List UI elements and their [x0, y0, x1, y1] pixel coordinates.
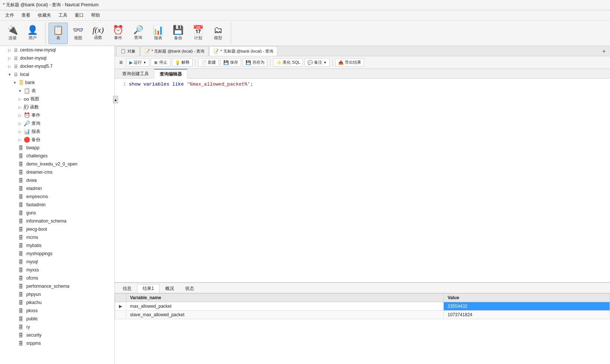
- toolbar-func-btn[interactable]: f(x) 函数: [89, 23, 108, 44]
- sidebar-item-db-ofcms[interactable]: 🗄ofcms: [0, 274, 114, 282]
- sidebar-item-db-pikachu[interactable]: 🗄pikachu: [0, 298, 114, 307]
- menu-file[interactable]: 文件: [1, 11, 18, 20]
- arrow-expanded-icon: ▼: [7, 73, 12, 77]
- subtab-builder[interactable]: 查询创建工具: [117, 69, 154, 79]
- sidebar-item-db-mysql[interactable]: 🗄mysql: [0, 258, 114, 266]
- new-query-btn[interactable]: 📄 新建: [198, 58, 219, 67]
- toolbar-query-btn[interactable]: 🔎 查询: [129, 23, 148, 44]
- result-tab-info[interactable]: 信息: [117, 284, 137, 293]
- menu-help[interactable]: 帮助: [87, 11, 104, 20]
- tab-query2[interactable]: 📝 * 无标题 @bank (local) - 查询: [209, 46, 277, 56]
- run-icon: ▶: [129, 60, 133, 65]
- row-arrow-2: [115, 311, 126, 319]
- menu-favorites[interactable]: 收藏夹: [34, 11, 55, 20]
- explain-icon: 💡: [175, 60, 180, 65]
- result-tab-result1[interactable]: 结果1: [137, 284, 160, 293]
- toolbar-connect-btn[interactable]: 🔌 连接: [3, 23, 22, 44]
- toolbar-table-btn[interactable]: 📋 表: [49, 23, 68, 44]
- sidebar-item-backups[interactable]: ▷ 🔴 备份: [0, 136, 114, 144]
- cell-var-2[interactable]: slave_max_allowed_packet: [126, 311, 444, 319]
- sidebar-item-db-information_schema[interactable]: 🗄information_schema: [0, 217, 114, 225]
- sidebar-item-db-guns[interactable]: 🗄guns: [0, 209, 114, 217]
- save-btn[interactable]: 💾 保存: [220, 58, 241, 67]
- sidebar-item-db-phpyun[interactable]: 🗄phpyun: [0, 290, 114, 298]
- subtab-editor[interactable]: 查询编辑器: [154, 69, 187, 79]
- run-btn[interactable]: ▶ 运行 ▼: [126, 58, 149, 67]
- beautify-btn[interactable]: ✨ 美化 SQL: [273, 58, 303, 67]
- db-sm-icon: 🗄: [19, 194, 23, 200]
- stop-icon: ⏹: [154, 60, 158, 65]
- export-btn[interactable]: 📤 导出结果: [335, 58, 364, 67]
- sidebar-item-db-mcms[interactable]: 🗄mcms: [0, 233, 114, 241]
- sidebar-item-db-performance_schema[interactable]: 🗄performance_schema: [0, 282, 114, 290]
- toolbar-user-btn[interactable]: 👤 用户: [23, 23, 42, 44]
- sidebar-item-db-myshoppings[interactable]: 🗄myshoppings: [0, 250, 114, 258]
- sidebar-item-views[interactable]: ▷ oo 视图: [0, 95, 114, 103]
- db-icon: 🖥: [13, 55, 19, 61]
- col-variable-name[interactable]: Variable_name: [126, 294, 444, 302]
- toolbar-model-btn[interactable]: 🗂 模型: [209, 23, 228, 44]
- tab-objects[interactable]: 📋 对象: [116, 46, 140, 56]
- toolbar-schedule-btn[interactable]: 📅 计划: [189, 23, 208, 44]
- sidebar-item-tables[interactable]: ▼ 📋 表: [0, 87, 114, 95]
- code-editor[interactable]: 1 show variables like '%max_allowed_pack…: [115, 79, 610, 283]
- db-sm-icon: 🗄: [19, 153, 23, 159]
- db-sm-icon: 🗄: [19, 243, 23, 248]
- table-sm-icon: 📋: [24, 88, 30, 94]
- sidebar-item-reports[interactable]: ▷ 📊 报表: [0, 127, 114, 136]
- title-text: * 无标题 @bank (local) - 查询 - Navicat Premi…: [3, 2, 99, 8]
- toolbar-event-btn[interactable]: ⏰ 事件: [109, 23, 128, 44]
- hamburger-icon[interactable]: ≡: [117, 59, 125, 67]
- toolbar-group-connect: 🔌 连接 👤 用户: [3, 22, 46, 44]
- sidebar-item-bank[interactable]: ▼ 🗄 bank: [0, 79, 114, 87]
- stop-btn[interactable]: ⏹ 停止: [151, 58, 170, 67]
- sidebar-item-db-dreamer-cms[interactable]: 🗄dreamer-cms: [0, 168, 114, 176]
- sidebar-collapse-btn[interactable]: ▲: [113, 96, 118, 103]
- menu-tools[interactable]: 工具: [55, 11, 71, 20]
- sidebar-item-local[interactable]: ▼ 🖥 local: [0, 70, 114, 79]
- db-sm-icon: 🗄: [19, 161, 23, 167]
- sidebar-item-events[interactable]: ▷ ⏰ 事件: [0, 111, 114, 119]
- sidebar-item-db-public[interactable]: 🗄public: [0, 315, 114, 323]
- sidebar-item-db-mybatis[interactable]: 🗄mybatis: [0, 241, 114, 250]
- separator3: [332, 59, 333, 66]
- sidebar-item-queries[interactable]: ▷ 🔎 查询: [0, 119, 114, 127]
- sidebar-item-db-jeecg-boot[interactable]: 🗄jeecg-boot: [0, 225, 114, 233]
- toolbar-backup-btn[interactable]: 💾 备份: [169, 23, 188, 44]
- sidebar-item-functions[interactable]: ▷ f() 函数: [0, 103, 114, 111]
- sidebar-item-db-pkxss[interactable]: 🗄pkxss: [0, 307, 114, 315]
- sidebar-item-db-ry[interactable]: 🗄ry: [0, 323, 114, 331]
- menu-view[interactable]: 查看: [18, 11, 34, 20]
- col-value[interactable]: Value: [444, 294, 610, 302]
- sidebar-item-db-eladmin[interactable]: 🗄eladmin: [0, 184, 114, 193]
- sidebar-item-db-fastadmin[interactable]: 🗄fastadmin: [0, 201, 114, 209]
- sidebar-item-db-demo_inxedu_v2_0_open[interactable]: 🗄demo_inxedu_v2_0_open: [0, 160, 114, 168]
- sidebar-item-db-bwapp[interactable]: 🗄bwapp: [0, 144, 114, 152]
- toolbar-view-btn[interactable]: 👓 视图: [69, 23, 88, 44]
- sidebar-item-docker-mysql57[interactable]: ▷ 🖥 docker-mysql5.7: [0, 62, 114, 70]
- saveas-btn[interactable]: 💾 另存为: [243, 58, 267, 67]
- toolbar-report-btn[interactable]: 📊 报表: [149, 23, 168, 44]
- result-tab-status[interactable]: 状态: [180, 284, 200, 293]
- sidebar-item-db-empirecms[interactable]: 🗄empirecms: [0, 193, 114, 201]
- beautify-icon: ✨: [276, 60, 281, 65]
- cell-var-1[interactable]: max_allowed_packet: [126, 302, 444, 311]
- explain-btn[interactable]: 💡 解释: [172, 58, 193, 67]
- tab-query1[interactable]: 📝 * 无标题 @bank (local) - 查询: [140, 46, 209, 56]
- cell-val-1[interactable]: 33554432: [444, 302, 610, 311]
- menu-window[interactable]: 窗口: [71, 11, 87, 20]
- sidebar-item-db-srppms[interactable]: 🗄srppms: [0, 339, 114, 347]
- saveas-icon: 💾: [246, 60, 251, 65]
- user-icon: 👤: [27, 26, 38, 34]
- sidebar-item-db-challenges[interactable]: 🗄challenges: [0, 152, 114, 160]
- sidebar-item-centos[interactable]: ▷ 🖥 centos-new-mysql: [0, 46, 114, 54]
- sidebar-item-db-dvwa[interactable]: 🗄dvwa: [0, 176, 114, 184]
- arrow-icon: [13, 325, 17, 329]
- cell-val-2[interactable]: 1073741824: [444, 311, 610, 319]
- sidebar-item-db-myxss[interactable]: 🗄myxss: [0, 266, 114, 274]
- comment-btn[interactable]: 💬 备注 ▼: [304, 58, 330, 67]
- sidebar-item-docker-mysql[interactable]: ▷ 🖥 docker-mysql: [0, 54, 114, 62]
- sidebar-item-db-security[interactable]: 🗄security: [0, 331, 114, 339]
- result-tab-overview[interactable]: 概况: [160, 284, 180, 293]
- new-tab-btn[interactable]: +: [600, 47, 609, 56]
